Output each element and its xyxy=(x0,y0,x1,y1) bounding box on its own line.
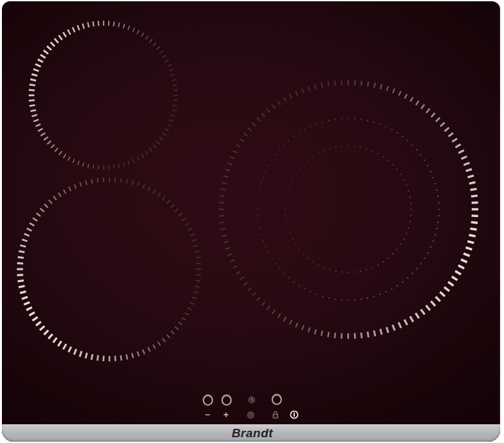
child-lock-button[interactable] xyxy=(272,410,279,419)
front-trim-strip: Brandt xyxy=(2,424,500,442)
padlock-icon xyxy=(272,410,279,419)
cooking-zone-front-left xyxy=(17,177,201,361)
clock-icon xyxy=(248,396,256,404)
ring-icon xyxy=(272,394,282,405)
plus-icon: + xyxy=(223,410,229,419)
ring-icon xyxy=(203,395,213,406)
minus-button[interactable]: − xyxy=(202,410,212,420)
timer-clock-icon xyxy=(248,396,256,404)
ring-icon xyxy=(221,395,232,406)
power-icon xyxy=(289,410,299,420)
product-photo: { "brand": { "name": "Brandt" }, "colors… xyxy=(0,0,504,443)
cooking-zone-right-triple xyxy=(219,80,478,339)
minus-icon: − xyxy=(205,410,210,419)
zone-select-right-button[interactable] xyxy=(272,394,282,404)
cooktop-surface: Brandt xyxy=(2,1,500,442)
timer-dot-button[interactable] xyxy=(247,411,254,419)
zone-select-rear-left-button[interactable] xyxy=(203,395,213,405)
plus-button[interactable]: + xyxy=(221,410,231,420)
brand-logo: Brandt xyxy=(232,424,273,442)
dot-indicator-icon xyxy=(247,411,254,419)
zone-select-front-left-button[interactable] xyxy=(221,395,232,405)
cooking-zone-rear-left xyxy=(29,21,178,169)
cooking-zones xyxy=(2,1,500,442)
power-button[interactable] xyxy=(289,410,299,420)
